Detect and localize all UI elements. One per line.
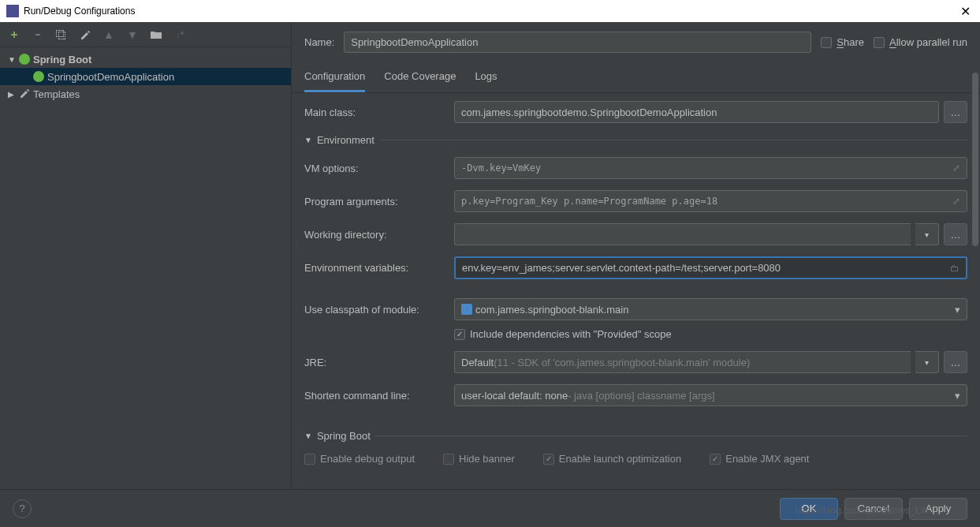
row-jre: JRE: Default (11 - SDK of 'com.james.spr… [304, 351, 967, 373]
scroll-thumb[interactable] [972, 73, 978, 246]
chevron-down-icon: ▼ [304, 136, 312, 144]
name-input[interactable] [344, 32, 811, 53]
ok-button[interactable]: OK [780, 498, 838, 520]
browse-button[interactable]: … [944, 223, 967, 245]
window-title: Run/Debug Configurations [24, 6, 135, 17]
jre-dropdown[interactable]: ▾ [915, 351, 939, 373]
apply-button[interactable]: Apply [909, 498, 967, 520]
checkbox-icon [443, 454, 454, 465]
enable-debug-checkbox[interactable]: Enable debug output [304, 453, 415, 465]
enable-launch-checkbox[interactable]: Enable launch optimization [543, 453, 681, 465]
shorten-label: Shorten command line: [304, 390, 446, 402]
row-env-vars: Environment variables: env.key=env_james… [304, 256, 967, 279]
config-tree: ▼ Spring Boot SpringbootDemoApplication … [0, 47, 291, 489]
include-provided-checkbox[interactable]: Include dependencies with "Provided" sco… [454, 328, 672, 340]
row-working-dir: Working directory: ▾ … [304, 223, 967, 245]
working-dir-input[interactable] [454, 223, 911, 245]
classpath-select[interactable]: com.james.springboot-blank.main [454, 298, 967, 320]
app-icon [6, 5, 19, 17]
env-vars-label: Environment variables: [304, 262, 446, 274]
main-area: ＋ － ⿻ ▲ ▼ ↓ª ▼ Spring Boot SpringbootDem… [0, 22, 980, 489]
vm-options-input[interactable]: -Dvm.key=VmKey⤢ [454, 157, 967, 179]
row-include-provided: Include dependencies with "Provided" sco… [304, 328, 967, 340]
help-button[interactable]: ? [13, 499, 32, 518]
jre-label: JRE: [304, 357, 446, 368]
row-program-args: Program arguments: p.key=Program_Key p.n… [304, 190, 967, 212]
tree-node-app[interactable]: SpringbootDemoApplication [0, 68, 291, 85]
row-vm-options: VM options: -Dvm.key=VmKey⤢ [304, 157, 967, 179]
checkbox-icon [454, 329, 465, 340]
section-springboot[interactable]: ▼ Spring Boot [304, 430, 967, 442]
copy-button[interactable]: ⿻ [55, 28, 68, 41]
classpath-label: Use classpath of module: [304, 304, 446, 316]
chevron-down-icon: ▼ [8, 55, 16, 64]
name-label: Name: [304, 36, 334, 48]
springboot-icon [19, 54, 30, 65]
module-icon [461, 304, 472, 315]
wrench-icon [19, 88, 30, 101]
tab-code-coverage[interactable]: Code Coverage [384, 65, 456, 92]
content-panel: Name: Share Allow parallel run Configura… [292, 22, 980, 489]
main-class-label: Main class: [304, 107, 446, 118]
env-vars-input[interactable]: env.key=env_james;server.servlet.context… [454, 256, 967, 279]
enable-jmx-checkbox[interactable]: Enable JMX agent [710, 453, 809, 465]
row-classpath: Use classpath of module: com.james.sprin… [304, 298, 967, 320]
section-environment[interactable]: ▼ Environment [304, 134, 967, 146]
expand-icon[interactable]: ⤢ [952, 163, 960, 174]
program-args-label: Program arguments: [304, 196, 446, 207]
tab-configuration[interactable]: Configuration [304, 65, 365, 92]
expand-icon[interactable]: ⤢ [952, 196, 960, 207]
hide-banner-checkbox[interactable]: Hide banner [443, 453, 515, 465]
tree-label: SpringbootDemoApplication [47, 71, 174, 83]
allow-parallel-checkbox[interactable]: Allow parallel run [874, 36, 967, 48]
working-dir-label: Working directory: [304, 229, 446, 241]
checkbox-icon [710, 454, 721, 465]
chevron-right-icon: ▶ [8, 90, 16, 99]
move-up-button[interactable]: ▲ [102, 28, 115, 41]
checkbox-icon [304, 454, 315, 465]
tab-logs[interactable]: Logs [475, 65, 497, 92]
row-main-class: Main class: com.james.springbootdemo.Spr… [304, 101, 967, 123]
jre-select[interactable]: Default (11 - SDK of 'com.james.springbo… [454, 351, 911, 373]
form-area: ⋮⋮ Main class: com.james.springbootdemo.… [292, 93, 980, 489]
edit-button[interactable] [79, 28, 91, 41]
remove-button[interactable]: － [32, 28, 44, 41]
move-down-button[interactable]: ▼ [126, 28, 139, 41]
row-shorten: Shorten command line: user-local default… [304, 384, 967, 406]
program-args-input[interactable]: p.key=Program_Key p.name=ProgramName p.a… [454, 190, 967, 212]
tree-node-springboot[interactable]: ▼ Spring Boot [0, 50, 291, 68]
springboot-checks-row: Enable debug output Hide banner Enable l… [304, 453, 967, 465]
browse-button[interactable]: … [944, 101, 967, 123]
browse-button[interactable]: … [944, 351, 967, 373]
main-class-input[interactable]: com.james.springbootdemo.SpringbootDemoA… [454, 101, 939, 123]
close-icon[interactable]: ✕ [957, 4, 974, 19]
chevron-down-icon: ▼ [304, 432, 312, 440]
vm-options-label: VM options: [304, 163, 446, 174]
tab-bar: Configuration Code Coverage Logs [292, 65, 980, 93]
divider [375, 435, 967, 436]
tree-label: Templates [33, 88, 80, 100]
working-dir-dropdown[interactable]: ▾ [915, 223, 939, 245]
tree-node-templates[interactable]: ▶ Templates [0, 85, 291, 103]
cancel-button[interactable]: Cancel [844, 498, 903, 520]
sort-button[interactable]: ↓ª [173, 28, 186, 41]
folder-icon[interactable]: 🗀 [950, 263, 960, 274]
checkbox-icon [821, 37, 832, 48]
config-toolbar: ＋ － ⿻ ▲ ▼ ↓ª [0, 22, 291, 47]
divider [379, 140, 967, 140]
springboot-icon [33, 71, 44, 82]
save-folder-button[interactable] [150, 28, 162, 41]
tree-label: Spring Boot [33, 54, 91, 65]
add-button[interactable]: ＋ [8, 28, 20, 41]
dialog-footer: ? OK Cancel Apply https://blog.csdn.net/… [0, 489, 980, 527]
sidebar: ＋ － ⿻ ▲ ▼ ↓ª ▼ Spring Boot SpringbootDem… [0, 22, 292, 489]
share-checkbox[interactable]: Share [821, 36, 864, 48]
window-titlebar: Run/Debug Configurations ✕ [0, 0, 980, 22]
checkbox-icon [543, 454, 554, 465]
name-row: Name: Share Allow parallel run [292, 22, 980, 62]
checkbox-icon [874, 37, 885, 48]
resize-grip[interactable]: ⋮⋮ [292, 240, 300, 249]
scrollbar[interactable] [972, 58, 978, 448]
shorten-select[interactable]: user-local default: none - java [options… [454, 384, 967, 406]
